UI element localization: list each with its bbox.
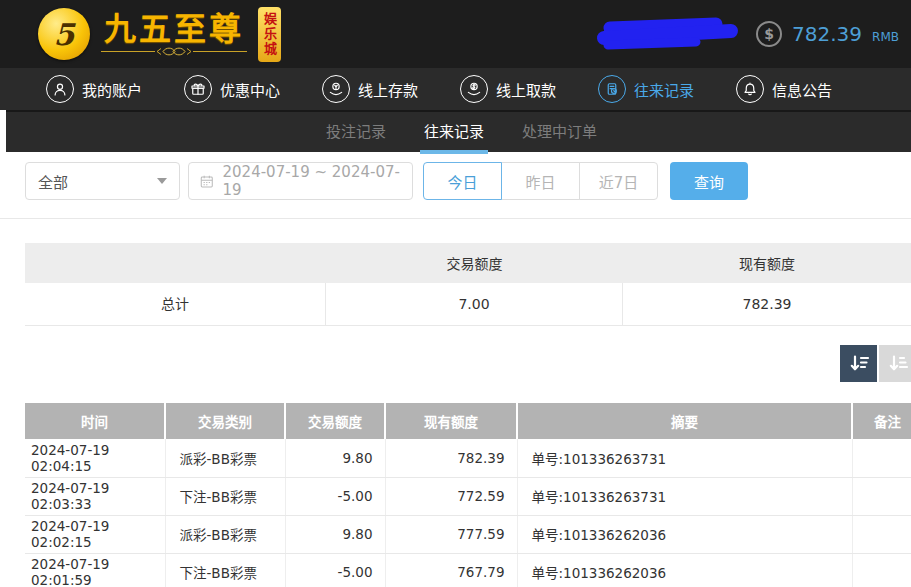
- cell-note: [852, 515, 911, 553]
- nav-item-deposit[interactable]: 线上存款: [322, 75, 418, 103]
- col-header-type: 交易类别: [165, 403, 285, 439]
- cell-type: 下注-BB彩票: [165, 477, 285, 515]
- redacted-username: [596, 16, 746, 52]
- tab-transaction-records[interactable]: 往来记录: [422, 112, 486, 154]
- col-header-time: 时间: [25, 403, 165, 439]
- user-icon: [46, 75, 74, 103]
- cell-type: 下注-BB彩票: [165, 553, 285, 587]
- col-header-trade-amount: 交易额度: [285, 403, 385, 439]
- calendar-icon: [199, 173, 215, 190]
- col-header-balance: 现有额度: [385, 403, 517, 439]
- tab-pending-orders[interactable]: 处理中订单: [520, 112, 599, 154]
- sort-toolbar: [840, 345, 911, 382]
- record-subtabs: 投注记录 往来记录 处理中订单: [6, 110, 911, 152]
- nav-item-withdraw[interactable]: 线上取款: [460, 75, 556, 103]
- summary-total-row: 总计 7.00 782.39: [25, 283, 911, 326]
- sort-descending-icon: [847, 352, 871, 376]
- filter-bar: 全部 2024-07-19 ~ 2024-07-19 今日 昨日 近7日 查询: [25, 162, 911, 200]
- logo-emblem: 5: [38, 8, 90, 60]
- summary-header-balance: 现有额度: [623, 253, 911, 273]
- cell-balance: 782.39: [385, 439, 517, 477]
- header-account-area: $ 782.39 RMB: [596, 16, 901, 52]
- nav-label: 优惠中心: [220, 79, 280, 100]
- cell-time: 2024-07-19 02:04:15: [25, 439, 165, 477]
- col-header-summary: 摘要: [517, 403, 852, 439]
- quick-today-button[interactable]: 今日: [423, 162, 502, 200]
- cell-balance: 777.59: [385, 515, 517, 553]
- date-range-input[interactable]: 2024-07-19 ~ 2024-07-19: [188, 162, 413, 200]
- type-select[interactable]: 全部: [25, 162, 180, 200]
- withdraw-icon: [460, 75, 488, 103]
- cell-note: [852, 553, 911, 587]
- chevron-down-icon: [157, 178, 167, 184]
- summary-total-label: 总计: [25, 283, 326, 326]
- quick-7days-button[interactable]: 近7日: [579, 162, 658, 200]
- summary-balance: 782.39: [623, 296, 911, 312]
- currency-icon: $: [756, 21, 782, 47]
- nav-item-promotions[interactable]: 优惠中心: [184, 75, 280, 103]
- cell-note: [852, 477, 911, 515]
- cell-trade-amount: -5.00: [285, 553, 385, 587]
- cell-trade-amount: 9.80: [285, 439, 385, 477]
- cell-type: 派彩-BB彩票: [165, 515, 285, 553]
- quick-yesterday-button[interactable]: 昨日: [501, 162, 580, 200]
- records-table-wrap: 时间 交易类别 交易额度 现有额度 摘要 备注 2024-07-19 02:04…: [25, 403, 911, 587]
- quick-date-group: 今日 昨日 近7日: [423, 162, 658, 200]
- table-row: 2024-07-19 02:02:15 派彩-BB彩票 9.80 777.59 …: [25, 515, 911, 553]
- nav-item-my-account[interactable]: 我的账户: [46, 75, 142, 103]
- cell-summary: 单号:101336262036: [517, 515, 852, 553]
- nav-item-announcements[interactable]: 信息公告: [736, 75, 832, 103]
- summary-table: 交易额度 现有额度 总计 7.00 782.39: [25, 243, 911, 326]
- records-icon: [598, 75, 626, 103]
- brand-box: 九五至尊: [99, 12, 249, 57]
- summary-header-row: 交易额度 现有额度: [25, 243, 911, 283]
- table-row: 2024-07-19 02:01:59 下注-BB彩票 -5.00 767.79…: [25, 553, 911, 587]
- nav-label: 往来记录: [634, 79, 694, 100]
- cell-trade-amount: 9.80: [285, 515, 385, 553]
- nav-label: 线上取款: [496, 79, 556, 100]
- search-button[interactable]: 查询: [670, 162, 748, 200]
- cell-balance: 767.79: [385, 553, 517, 587]
- records-tbody: 2024-07-19 02:04:15 派彩-BB彩票 9.80 782.39 …: [25, 439, 911, 587]
- nav-item-records[interactable]: 往来记录: [598, 75, 694, 103]
- records-header-row: 时间 交易类别 交易额度 现有额度 摘要 备注: [25, 403, 911, 439]
- bell-icon: [736, 75, 764, 103]
- gift-icon: [184, 75, 212, 103]
- cell-time: 2024-07-19 02:01:59: [25, 553, 165, 587]
- cell-time: 2024-07-19 02:03:33: [25, 477, 165, 515]
- table-row: 2024-07-19 02:03:33 下注-BB彩票 -5.00 772.59…: [25, 477, 911, 515]
- sort-ascending-icon: [886, 352, 910, 376]
- nav-label: 我的账户: [82, 79, 142, 100]
- type-select-value: 全部: [38, 171, 68, 192]
- cell-summary: 单号:101336263731: [517, 477, 852, 515]
- table-row: 2024-07-19 02:04:15 派彩-BB彩票 9.80 782.39 …: [25, 439, 911, 477]
- balance-amount: 782.39: [792, 22, 862, 46]
- date-range-value: 2024-07-19 ~ 2024-07-19: [223, 163, 402, 199]
- cell-balance: 772.59: [385, 477, 517, 515]
- brand-title: 九五至尊: [104, 12, 244, 46]
- main-nav: 我的账户 优惠中心 线上存款 线上取款 往来记录 信息公告: [0, 68, 911, 110]
- balance-currency: RMB: [872, 30, 899, 44]
- brand-badge: 娱乐城: [258, 7, 281, 62]
- cell-type: 派彩-BB彩票: [165, 439, 285, 477]
- cell-summary: 单号:101336262036: [517, 553, 852, 587]
- nav-label: 信息公告: [772, 79, 832, 100]
- section-divider: [0, 218, 911, 219]
- cell-summary: 单号:101336263731: [517, 439, 852, 477]
- summary-trade-amount: 7.00: [326, 283, 623, 326]
- sort-descending-button[interactable]: [840, 345, 877, 382]
- cell-trade-amount: -5.00: [285, 477, 385, 515]
- summary-header-trade-amount: 交易额度: [326, 253, 623, 273]
- top-header: 5 九五至尊 娱乐城 $ 782.39 RMB: [0, 0, 911, 68]
- flourish-ornament: [99, 46, 249, 57]
- deposit-icon: [322, 75, 350, 103]
- records-table: 时间 交易类别 交易额度 现有额度 摘要 备注 2024-07-19 02:04…: [25, 403, 911, 587]
- sort-ascending-button[interactable]: [879, 345, 911, 382]
- col-header-note: 备注: [852, 403, 911, 439]
- cell-time: 2024-07-19 02:02:15: [25, 515, 165, 553]
- tab-bet-records[interactable]: 投注记录: [324, 112, 388, 154]
- cell-note: [852, 439, 911, 477]
- logo[interactable]: 5 九五至尊 娱乐城: [38, 7, 281, 62]
- nav-label: 线上存款: [358, 79, 418, 100]
